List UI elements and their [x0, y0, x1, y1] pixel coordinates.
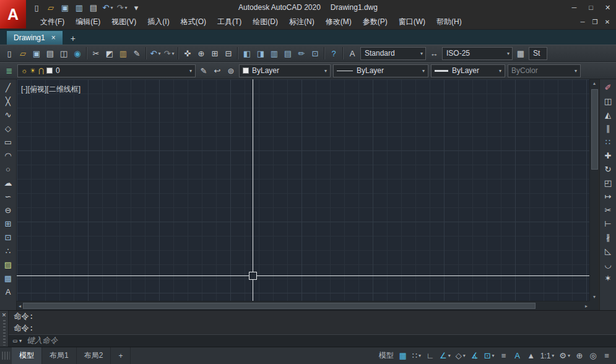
polygon-tool[interactable]: ◇: [1, 122, 15, 135]
paste-button[interactable]: ▥: [116, 46, 130, 60]
layer-properties-button[interactable]: ≣: [2, 64, 16, 77]
horizontal-scrollbar[interactable]: ◂ ▸: [17, 301, 589, 310]
extend-tool[interactable]: ⊢: [601, 217, 615, 230]
circle-tool[interactable]: ○: [1, 163, 15, 176]
gradient-tool[interactable]: ▩: [1, 272, 15, 285]
point-tool[interactable]: ∴: [1, 245, 15, 258]
quickcalc-button[interactable]: ⊡: [308, 46, 322, 60]
menu-draw[interactable]: 绘图(D): [247, 15, 284, 30]
close-button[interactable]: ✕: [599, 1, 616, 14]
minimize-button[interactable]: ─: [566, 1, 583, 14]
model-tab[interactable]: 模型: [12, 347, 42, 364]
redo-button[interactable]: ↷▾: [162, 46, 176, 60]
file-tab-drawing1[interactable]: Drawing1 ×: [6, 30, 63, 45]
dim-style-combo[interactable]: ISO-25▾: [442, 47, 513, 60]
mirror-tool[interactable]: ◭: [601, 108, 615, 121]
doc-minimize-button[interactable]: ─: [576, 17, 589, 28]
break-tool[interactable]: ∦: [601, 231, 615, 244]
chamfer-tool[interactable]: ◺: [601, 245, 615, 258]
menu-parametric[interactable]: 参数(P): [357, 15, 393, 30]
layout2-tab[interactable]: 布局2: [77, 347, 111, 364]
fillet-tool[interactable]: ◡: [601, 258, 615, 271]
object-snap-toggle[interactable]: ⊡▾: [482, 349, 497, 363]
qat-undo-button[interactable]: ↶▾: [101, 1, 115, 14]
construction-line-tool[interactable]: ╳: [1, 95, 15, 108]
maximize-button[interactable]: □: [583, 1, 599, 14]
doc-restore-button[interactable]: ❐: [589, 17, 601, 28]
copy-clip-button[interactable]: ◩: [103, 46, 116, 60]
menu-window[interactable]: 窗口(W): [393, 15, 431, 30]
scroll-up-icon[interactable]: ▴: [593, 80, 596, 86]
move-tool[interactable]: ✚: [601, 149, 615, 162]
table-style-icon-button[interactable]: ▦: [514, 46, 527, 60]
undo-button[interactable]: ↶▾: [149, 46, 162, 60]
open-button[interactable]: ▱: [16, 46, 30, 60]
object-color-combo[interactable]: ByLayer ▾: [239, 64, 331, 77]
menu-insert[interactable]: 插入(I): [142, 15, 175, 30]
menu-dimension[interactable]: 标注(N): [284, 15, 320, 30]
zoom-realtime-button[interactable]: ⊕: [194, 46, 208, 60]
plot-preview-button[interactable]: ◫: [57, 46, 71, 60]
workspace-switch-button[interactable]: ⚙▾: [557, 349, 572, 363]
qat-customize-button[interactable]: ▾: [129, 1, 143, 14]
qat-plot-button[interactable]: ▤: [87, 1, 100, 14]
isodraft-toggle[interactable]: ◇▾: [454, 349, 467, 363]
zoom-previous-button[interactable]: ⊟: [222, 46, 235, 60]
command-window-grip[interactable]: ✕: [0, 311, 9, 347]
erase-tool[interactable]: ✐: [601, 81, 615, 94]
layer-previous-button[interactable]: ↩: [210, 64, 224, 77]
isolate-objects-button[interactable]: ◎: [587, 349, 599, 363]
lineweight-display-toggle[interactable]: ≡: [498, 349, 510, 363]
cut-button[interactable]: ✂: [89, 46, 103, 60]
model-space-toggle[interactable]: 模型: [377, 349, 396, 363]
mtext-tool[interactable]: A: [1, 285, 15, 298]
qat-redo-button[interactable]: ↷▾: [115, 1, 129, 14]
annotation-visibility-toggle[interactable]: A: [511, 349, 524, 363]
linetype-combo[interactable]: ByLayer ▾: [333, 64, 428, 77]
drawing-canvas[interactable]: [-][俯视][二维线框]: [17, 79, 589, 301]
rotate-tool[interactable]: ↻: [601, 163, 615, 176]
designcenter-button[interactable]: ◨: [254, 46, 267, 60]
markup-set-manager-button[interactable]: ✏: [295, 46, 308, 60]
offset-tool[interactable]: ∥: [601, 122, 615, 135]
menu-tools[interactable]: 工具(T): [212, 15, 247, 30]
qat-new-button[interactable]: ▯: [30, 1, 43, 14]
vertical-scroll-thumb[interactable]: [591, 89, 598, 170]
rectangle-tool[interactable]: ▭: [1, 136, 15, 149]
ellipse-tool[interactable]: ⊖: [1, 204, 15, 217]
qat-saveas-button[interactable]: ▥: [72, 1, 86, 14]
qat-open-button[interactable]: ▱: [44, 1, 58, 14]
publish-button[interactable]: ◉: [71, 46, 84, 60]
insert-block-tool[interactable]: ⊞: [1, 217, 15, 230]
new-button[interactable]: ▯: [2, 46, 16, 60]
qat-save-button[interactable]: ▣: [58, 1, 72, 14]
help-button[interactable]: ?: [327, 46, 341, 60]
layer-combo[interactable]: ☼ ☀ ⋂ 0 ▾: [17, 64, 196, 77]
spline-tool[interactable]: ∽: [1, 190, 15, 203]
autocad-logo-icon[interactable]: A: [0, 0, 26, 28]
scroll-down-icon[interactable]: ▾: [593, 294, 596, 300]
viewport-controls[interactable]: [-][俯视][二维线框]: [21, 84, 80, 95]
layout1-tab[interactable]: 布局1: [42, 347, 77, 364]
match-properties-button[interactable]: ✎: [130, 46, 144, 60]
array-tool[interactable]: ∷: [601, 136, 615, 149]
autoscale-toggle[interactable]: ▲: [525, 349, 537, 363]
trim-tool[interactable]: ✂: [601, 204, 615, 217]
zoom-window-button[interactable]: ⊞: [208, 46, 222, 60]
object-snap-tracking-toggle[interactable]: ∡: [469, 349, 481, 363]
scroll-right-icon[interactable]: ▸: [585, 303, 588, 309]
pan-button[interactable]: ✜: [181, 46, 194, 60]
text-style-combo[interactable]: Standard▾: [360, 47, 426, 60]
arc-tool[interactable]: ◠: [1, 149, 15, 162]
vertical-scrollbar[interactable]: ▴ ▾: [589, 79, 599, 301]
dim-style-icon-button[interactable]: ↔: [427, 46, 441, 60]
command-close-icon[interactable]: ✕: [2, 312, 7, 318]
line-tool[interactable]: ╱: [1, 81, 15, 94]
explode-tool[interactable]: ✶: [601, 272, 615, 285]
make-block-tool[interactable]: ⊡: [1, 231, 15, 244]
scroll-left-icon[interactable]: ◂: [19, 303, 21, 309]
save-button[interactable]: ▣: [30, 46, 43, 60]
polar-tracking-toggle[interactable]: ∠▾: [438, 349, 453, 363]
layer-states-manager-button[interactable]: ⊚: [224, 64, 238, 77]
customize-button[interactable]: ≡: [601, 349, 613, 363]
